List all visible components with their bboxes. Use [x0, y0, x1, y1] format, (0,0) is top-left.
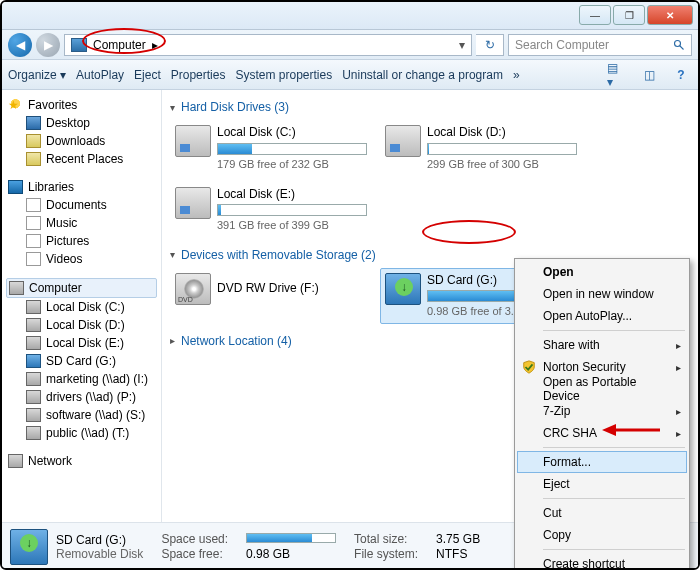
tree-libraries[interactable]: Libraries	[6, 178, 157, 196]
tree-item-label: Documents	[46, 198, 107, 212]
tree-item-label: Local Disk (C:)	[46, 300, 125, 314]
separator	[543, 549, 685, 550]
hdd-icon	[175, 187, 211, 219]
tree-item-label: Recent Places	[46, 152, 123, 166]
ctx-open[interactable]: Open	[517, 261, 687, 283]
tree-music[interactable]: Music	[6, 214, 157, 232]
tree-item-label: Local Disk (E:)	[46, 336, 124, 350]
drive-title: Local Disk (C:)	[217, 125, 375, 141]
tree-local-disk-d[interactable]: Local Disk (D:)	[6, 316, 157, 334]
expand-icon: ▸	[170, 335, 175, 346]
tree-net-software[interactable]: software (\\ad) (S:)	[6, 406, 157, 424]
tree-item-label: public (\\ad) (T:)	[46, 426, 129, 440]
drive-local-e[interactable]: Local Disk (E:) 391 GB free of 399 GB	[170, 182, 380, 238]
search-input[interactable]: Search Computer	[508, 34, 692, 56]
tree-pictures[interactable]: Pictures	[6, 232, 157, 250]
tree-documents[interactable]: Documents	[6, 196, 157, 214]
minimize-button[interactable]: —	[579, 5, 611, 25]
drive-local-d[interactable]: Local Disk (D:) 299 GB free of 300 GB	[380, 120, 590, 176]
netdrive-icon	[26, 390, 41, 404]
ctx-open-new-window[interactable]: Open in new window	[517, 283, 687, 305]
svg-point-0	[675, 40, 681, 46]
address-bar[interactable]: Computer ▸ ▾	[64, 34, 472, 56]
ctx-eject[interactable]: Eject	[517, 473, 687, 495]
view-options-button[interactable]: ▤ ▾	[606, 64, 628, 86]
organize-menu[interactable]: Organize ▾	[8, 68, 66, 82]
navigation-tree: ★ Favorites Desktop Downloads Recent Pla…	[2, 90, 162, 522]
drive-icon	[26, 300, 41, 314]
context-menu: Open Open in new window Open AutoPlay...…	[514, 258, 690, 570]
sd-card-icon	[10, 529, 48, 565]
dvd-icon	[175, 273, 211, 305]
preview-pane-button[interactable]: ◫	[638, 64, 660, 86]
ctx-portable-device[interactable]: Open as Portable Device	[517, 378, 687, 400]
space-used-label: Space used:	[161, 532, 228, 546]
eject-button[interactable]: Eject	[134, 68, 161, 82]
computer-icon	[9, 281, 24, 295]
forward-button[interactable]: ▶	[36, 33, 60, 57]
back-button[interactable]: ◀	[8, 33, 32, 57]
tree-local-disk-e[interactable]: Local Disk (E:)	[6, 334, 157, 352]
drive-dvd-f[interactable]: DVD RW Drive (F:)	[170, 268, 380, 324]
ctx-copy[interactable]: Copy	[517, 524, 687, 546]
breadcrumb-computer[interactable]: Computer	[93, 38, 146, 52]
drive-local-c[interactable]: Local Disk (C:) 179 GB free of 232 GB	[170, 120, 380, 176]
tree-recent-places[interactable]: Recent Places	[6, 150, 157, 168]
section-hdd[interactable]: ▾Hard Disk Drives (3)	[170, 100, 690, 114]
system-properties-button[interactable]: System properties	[235, 68, 332, 82]
section-hdd-label: Hard Disk Drives (3)	[181, 100, 289, 114]
netdrive-icon	[26, 426, 41, 440]
desktop-icon	[26, 116, 41, 130]
tree-network[interactable]: Network	[6, 452, 157, 470]
netdrive-icon	[26, 372, 41, 386]
section-network-label: Network Location (4)	[181, 334, 292, 348]
tree-item-label: Music	[46, 216, 77, 230]
tree-item-label: software (\\ad) (S:)	[46, 408, 145, 422]
total-size-value: 3.75 GB	[436, 532, 480, 546]
tree-sd-card-g[interactable]: SD Card (G:)	[6, 352, 157, 370]
usage-bar	[427, 143, 577, 155]
star-icon: ★	[8, 98, 23, 112]
tree-net-public[interactable]: public (\\ad) (T:)	[6, 424, 157, 442]
maximize-button[interactable]: ❐	[613, 5, 645, 25]
ctx-7zip[interactable]: 7-Zip	[517, 400, 687, 422]
overflow-button[interactable]: »	[513, 68, 520, 82]
tree-item-label: Local Disk (D:)	[46, 318, 125, 332]
tree-favorites[interactable]: ★ Favorites	[6, 96, 157, 114]
ctx-format[interactable]: Format...	[517, 451, 687, 473]
recent-icon	[26, 152, 41, 166]
navigation-bar: ◀ ▶ Computer ▸ ▾ ↻ Search Computer	[2, 30, 698, 60]
tree-videos[interactable]: Videos	[6, 250, 157, 268]
ctx-create-shortcut[interactable]: Create shortcut	[517, 553, 687, 570]
section-removable-label: Devices with Removable Storage (2)	[181, 248, 376, 262]
tree-item-label: Desktop	[46, 116, 90, 130]
drive-free-text: 299 GB free of 300 GB	[427, 157, 585, 171]
help-button[interactable]: ?	[670, 64, 692, 86]
tree-computer[interactable]: Computer	[6, 278, 157, 298]
close-button[interactable]: ✕	[647, 5, 693, 25]
sd-card-icon	[385, 273, 421, 305]
uninstall-button[interactable]: Uninstall or change a program	[342, 68, 503, 82]
breadcrumb-chevron-icon[interactable]: ▸	[152, 38, 158, 52]
ctx-open-autoplay[interactable]: Open AutoPlay...	[517, 305, 687, 327]
filesystem-value: NTFS	[436, 547, 480, 561]
ctx-share-with[interactable]: Share with	[517, 334, 687, 356]
usage-bar-mini	[246, 533, 336, 543]
videos-icon	[26, 252, 41, 266]
ctx-cut[interactable]: Cut	[517, 502, 687, 524]
music-icon	[26, 216, 41, 230]
tree-net-marketing[interactable]: marketing (\\ad) (I:)	[6, 370, 157, 388]
space-free-label: Space free:	[161, 547, 228, 561]
separator	[543, 447, 685, 448]
properties-button[interactable]: Properties	[171, 68, 226, 82]
hdd-icon	[175, 125, 211, 157]
refresh-button[interactable]: ↻	[476, 34, 504, 56]
tree-item-label: SD Card (G:)	[46, 354, 116, 368]
tree-local-disk-c[interactable]: Local Disk (C:)	[6, 298, 157, 316]
ctx-crc-sha[interactable]: CRC SHA	[517, 422, 687, 444]
tree-desktop[interactable]: Desktop	[6, 114, 157, 132]
tree-net-drivers[interactable]: drivers (\\ad) (P:)	[6, 388, 157, 406]
collapse-icon: ▾	[170, 102, 175, 113]
autoplay-button[interactable]: AutoPlay	[76, 68, 124, 82]
tree-downloads[interactable]: Downloads	[6, 132, 157, 150]
